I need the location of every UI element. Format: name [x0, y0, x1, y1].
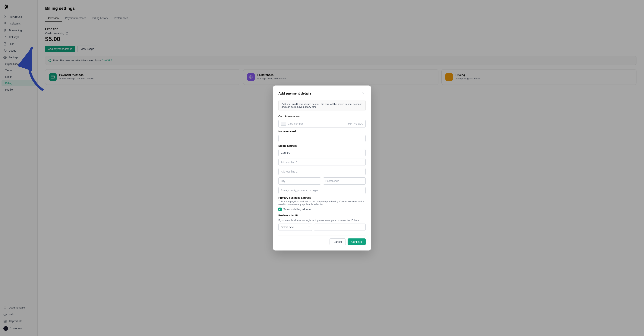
card-extras: MM / YY CVC [348, 122, 363, 125]
same-as-billing-row: Same as billing address [278, 208, 366, 211]
name-on-card-group [278, 135, 366, 142]
state-input[interactable] [278, 187, 366, 194]
card-number-group: MM / YY CVC [278, 120, 366, 128]
same-as-billing-checkbox[interactable] [278, 208, 282, 211]
tax-id-title: Business tax ID [278, 214, 366, 217]
card-chip-icon [281, 122, 286, 126]
modal-footer: Cancel Continue [278, 235, 366, 245]
address-line2-input[interactable] [278, 168, 366, 175]
modal-close-button[interactable]: ✕ [360, 91, 366, 96]
state-group [278, 187, 366, 194]
country-select[interactable]: Country [278, 149, 366, 156]
city-group [278, 178, 321, 185]
billing-address-title: Billing address [278, 144, 366, 147]
tax-id-row: Select type ⌃ [278, 224, 366, 231]
same-as-billing-label: Same as billing address [283, 208, 311, 211]
card-number-row: MM / YY CVC [278, 120, 366, 128]
modal-header: Add payment details ✕ [278, 91, 366, 96]
address1-group [278, 158, 366, 166]
country-group: Country ⌃ [278, 149, 366, 156]
tax-type-select[interactable]: Select type [278, 224, 312, 231]
info-text: Add your credit card details below. This… [282, 103, 362, 108]
primary-biz-desc: This is the physical address of the comp… [278, 200, 366, 206]
postal-group [323, 178, 366, 185]
card-info-title: Card information [278, 115, 366, 118]
card-number-input[interactable] [288, 122, 347, 125]
city-postal-row [278, 178, 366, 187]
continue-button[interactable]: Continue [348, 238, 366, 245]
tax-id-input[interactable] [314, 224, 366, 231]
city-input[interactable] [278, 178, 321, 185]
tax-id-desc: If you are a business tax registrant, pl… [278, 219, 366, 222]
primary-biz-title: Primary business address [278, 196, 366, 199]
payment-modal: Add payment details ✕ Add your credit ca… [273, 86, 371, 250]
address-line1-input[interactable] [278, 158, 366, 166]
modal-overlay[interactable]: Add payment details ✕ Add your credit ca… [0, 0, 644, 336]
name-on-card-input[interactable] [278, 135, 366, 142]
cancel-button[interactable]: Cancel [330, 238, 346, 245]
postal-input[interactable] [323, 178, 366, 185]
address2-group [278, 168, 366, 175]
checkmark-icon [279, 208, 281, 210]
name-on-card-title: Name on card [278, 130, 366, 133]
tax-type-group: Select type ⌃ [278, 224, 312, 231]
modal-title: Add payment details [278, 92, 312, 95]
modal-info-box: Add your credit card details below. This… [278, 100, 366, 111]
